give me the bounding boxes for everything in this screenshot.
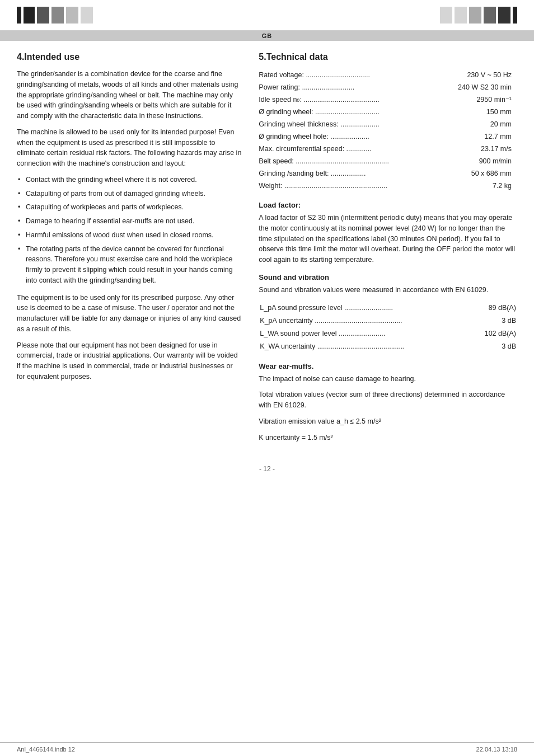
section4-title: 4.Intended use (17, 52, 242, 62)
header-rblock-5 (498, 7, 510, 24)
header-block-5 (66, 7, 78, 24)
sound-value: 3 dB (471, 341, 516, 353)
header-block-2 (24, 7, 35, 24)
header-block-1 (17, 7, 21, 24)
spec-label: Belt speed: ............................… (259, 155, 436, 167)
footer-right: 22.04.13 13:18 (476, 746, 517, 753)
table-row: Belt speed: ............................… (259, 155, 517, 167)
vibration-para1: Total vibration values (vector sum of th… (259, 389, 517, 411)
table-row: Ø grinding wheel hole: .................… (259, 130, 517, 143)
section4-para2: The machine is allowed to be used only f… (17, 127, 242, 169)
header-rblock-6 (513, 7, 517, 24)
section4-para3: The equipment is to be used only for its… (17, 293, 242, 335)
table-row: K_WA uncertainty .......................… (260, 341, 516, 353)
load-factor-heading: Load factor: (259, 201, 517, 209)
list-item: Catapulting of parts from out of damaged… (17, 189, 242, 199)
page-number: - 12 - (0, 465, 534, 473)
table-row: Max. circumferential speed: ............… (259, 143, 517, 155)
header-rblock-4 (484, 7, 496, 24)
sound-label: K_pA uncertainty .......................… (260, 315, 469, 327)
sound-vibration-intro: Sound and vibration values were measured… (259, 285, 517, 295)
specs-table: Rated voltage: .........................… (259, 69, 517, 192)
header-block-6 (81, 7, 93, 24)
table-row: K_pA uncertainty .......................… (260, 315, 516, 327)
spec-label: Max. circumferential speed: ............… (259, 143, 436, 155)
header-left-blocks (17, 7, 93, 24)
spec-value: 20 mm (437, 118, 517, 130)
sound-label: L_WA sound power level .................… (260, 328, 469, 340)
spec-value: 240 W S2 30 min (437, 81, 517, 93)
header-rblock-1 (440, 7, 452, 24)
vibration-para3: K uncertainty = 1.5 m/s² (259, 433, 517, 443)
table-row: Rated voltage: .........................… (259, 69, 517, 81)
list-item: Contact with the grinding wheel where it… (17, 175, 242, 185)
table-row: Weight: ................................… (259, 180, 517, 192)
list-item: Harmful emissions of wood dust when used… (17, 230, 242, 241)
sound-values-table: L_pA sound pressure level ..............… (259, 301, 517, 354)
spec-label: Grinding wheel thickness: ..............… (259, 118, 436, 130)
wear-earmuffs-text: The impact of noise can cause damage to … (259, 374, 517, 384)
spec-label: Power rating: ..........................… (259, 81, 436, 93)
table-row: Idle speed n₀: .........................… (259, 93, 517, 106)
spec-value: 2950 min⁻¹ (437, 93, 517, 106)
spec-label: Rated voltage: .........................… (259, 69, 436, 81)
sound-vibration-heading: Sound and vibration (259, 273, 517, 281)
main-content: 4.Intended use The grinder/sander is a c… (0, 41, 534, 459)
spec-value: 23.17 m/s (437, 143, 517, 155)
spec-label: Grinding /sanding belt: ................… (259, 167, 436, 180)
sound-label: L_pA sound pressure level ..............… (260, 302, 469, 314)
spec-value: 230 V ~ 50 Hz (437, 69, 517, 81)
footer-left: Anl_4466144.indb 12 (17, 746, 75, 753)
spec-label: Idle speed n₀: .........................… (259, 93, 436, 106)
sound-value: 102 dB(A) (471, 328, 516, 340)
section5-title: 5.Technical data (259, 52, 517, 62)
section4-para1: The grinder/sander is a combination devi… (17, 69, 242, 121)
list-item: Damage to hearing if essential ear-muffs… (17, 216, 242, 227)
table-row: Grinding wheel thickness: ..............… (259, 118, 517, 130)
sound-label: K_WA uncertainty .......................… (260, 341, 469, 353)
language-bar: GB (0, 31, 534, 41)
spec-label: Weight: ................................… (259, 180, 436, 192)
language-label: GB (262, 32, 273, 39)
list-item: Catapulting of workpieces and parts of w… (17, 202, 242, 213)
spec-value: 50 x 686 mm (437, 167, 517, 180)
page-header (0, 0, 534, 31)
spec-value: 150 mm (437, 106, 517, 118)
page-footer: Anl_4466144.indb 12 22.04.13 13:18 (0, 742, 534, 756)
table-row: L_WA sound power level .................… (260, 328, 516, 340)
wear-earmuffs-heading: Wear ear-muffs. (259, 362, 517, 370)
spec-value: 900 m/min (437, 155, 517, 167)
header-block-3 (37, 7, 49, 24)
table-row: Grinding /sanding belt: ................… (259, 167, 517, 180)
list-item: The rotating parts of the device cannot … (17, 244, 242, 286)
spec-label: Ø grinding wheel hole: .................… (259, 130, 436, 143)
table-row: Power rating: ..........................… (259, 81, 517, 93)
sound-value: 3 dB (471, 315, 516, 327)
table-row: Ø grinding wheel: ......................… (259, 106, 517, 118)
table-row: L_pA sound pressure level ..............… (260, 302, 516, 314)
section4-column: 4.Intended use The grinder/sander is a c… (17, 52, 242, 448)
header-right-blocks (440, 7, 517, 24)
section4-para4: Please note that our equipment has not b… (17, 340, 242, 382)
spec-label: Ø grinding wheel: ......................… (259, 106, 436, 118)
load-factor-text: A load factor of S2 30 min (intermittent… (259, 213, 517, 265)
vibration-para2: Vibration emission value a_h ≤ 2.5 m/s² (259, 416, 517, 427)
sound-value: 89 dB(A) (471, 302, 516, 314)
header-block-4 (51, 7, 64, 24)
spec-value: 12.7 mm (437, 130, 517, 143)
header-rblock-3 (469, 7, 481, 24)
spec-value: 7.2 kg (437, 180, 517, 192)
section5-column: 5.Technical data Rated voltage: ........… (259, 52, 517, 448)
hazards-list: Contact with the grinding wheel where it… (17, 175, 242, 286)
header-rblock-2 (455, 7, 467, 24)
